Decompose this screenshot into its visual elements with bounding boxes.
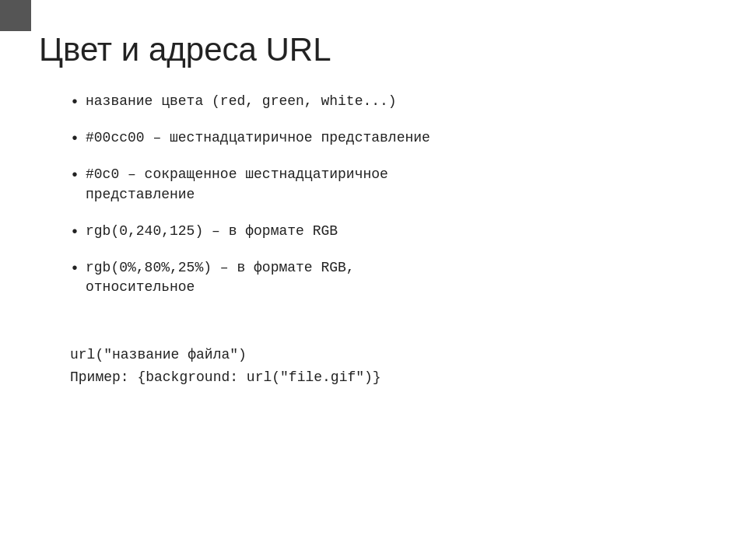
list-item-text: rgb(0%,80%,25%) – в формате RGB,относите… xyxy=(86,260,355,295)
corner-decoration xyxy=(0,0,31,31)
list-item: #00cc00 – шестнадцатиричное представлени… xyxy=(70,128,708,148)
bullet-list: название цвета (red, green, white...) #0… xyxy=(70,92,708,297)
list-item: rgb(0%,80%,25%) – в формате RGB,относите… xyxy=(70,258,708,297)
list-item: rgb(0,240,125) – в формате RGB xyxy=(70,222,708,241)
page-title: Цвет и адреса URL xyxy=(39,31,708,68)
list-item: #0c0 – сокращенное шестнадцатиричноепред… xyxy=(70,165,708,204)
url-section: url("название файла") Пример: {backgroun… xyxy=(70,344,708,389)
list-item-text: название цвета (red, green, white...) xyxy=(86,93,397,109)
list-item: название цвета (red, green, white...) xyxy=(70,92,708,111)
url-line-2: Пример: {background: url("file.gif")} xyxy=(70,366,708,389)
list-item-text: #00cc00 – шестнадцатиричное представлени… xyxy=(86,130,430,145)
list-item-text: #0c0 – сокращенное шестнадцатиричноепред… xyxy=(86,166,388,201)
list-item-text: rgb(0,240,125) – в формате RGB xyxy=(86,223,338,239)
url-line-1: url("название файла") xyxy=(70,344,708,366)
